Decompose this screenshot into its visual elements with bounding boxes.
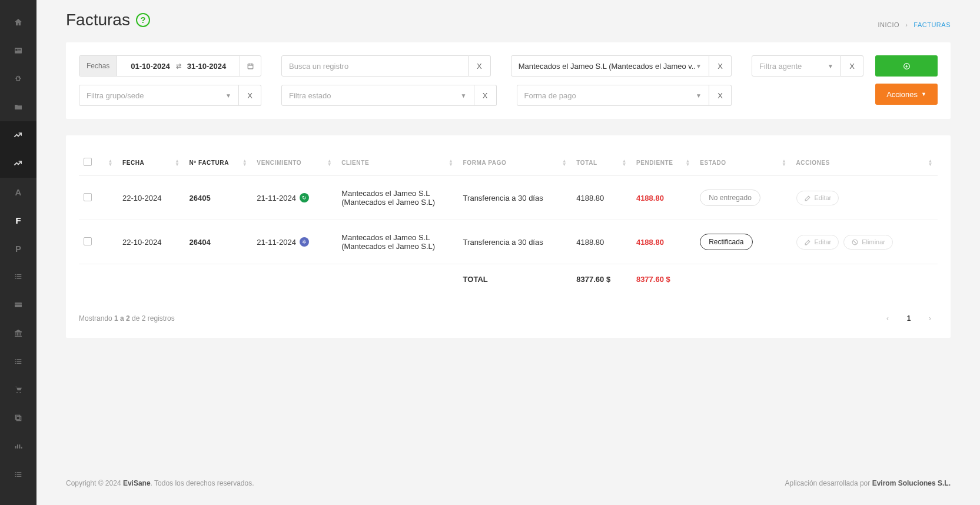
col-vencimiento[interactable]: VENCIMIENTO▲▼ [252,152,337,176]
chevron-down-icon: ▼ [696,63,702,69]
cell-formapago: Transferencia a 30 días [459,176,572,220]
sidebar-bank[interactable] [0,319,36,347]
date-range-filter[interactable]: Fechas 01-10-2024 ⇄ 31-10-2024 [79,55,261,77]
clear-state-button[interactable]: X [474,85,497,106]
letter-f-icon: F [15,215,21,225]
page-footer: Copyright © 2024 EviSane. Todos los dere… [66,456,951,493]
total-row: TOTAL 8377.60 $ 8377.60 $ [79,264,938,297]
state-filter-placeholder: Filtra estado [289,91,331,100]
edit-icon [804,238,812,246]
payment-filter[interactable]: Forma de pago ▼ [517,85,710,106]
bar-chart-icon [14,441,23,451]
cell-vencimiento: 21-11-2024✲ [252,220,337,264]
sidebar-a[interactable]: A [0,178,36,206]
page-next[interactable]: › [922,311,938,326]
edit-button[interactable]: Editar [796,191,839,205]
chevron-down-icon: ▼ [921,91,926,97]
sidebar-p[interactable]: P [0,234,36,263]
breadcrumb-current: FACTURAS [913,21,951,28]
col-formapago[interactable]: FORMA PAGO▲▼ [459,152,572,176]
sidebar-home[interactable] [0,8,36,36]
cart-icon [14,385,23,394]
clear-payment-button[interactable]: X [709,85,732,106]
col-pendiente[interactable]: PENDIENTE▲▼ [632,152,695,176]
col-acciones[interactable]: ACCIONES▲▼ [792,152,938,176]
invoice-table-card: ▲▼ FECHA▲▼ Nº FACTURA▲▼ VENCIMIENTO▲▼ CL… [66,135,951,338]
page-prev[interactable]: ‹ [880,311,895,326]
client-filter-value: Mantecados el Jameo S.L (Mantecados el J… [519,62,696,71]
breadcrumb: INICIO › FACTURAS [878,21,951,28]
cell-acciones: Editar [792,176,938,220]
sidebar-folder[interactable] [0,93,36,121]
sidebar-cart[interactable] [0,376,36,404]
invoice-table: ▲▼ FECHA▲▼ Nº FACTURA▲▼ VENCIMIENTO▲▼ CL… [79,152,938,297]
col-cliente[interactable]: CLIENTE▲▼ [337,152,458,176]
swap-icon: ⇄ [176,62,181,70]
chevron-down-icon: ▼ [461,92,467,99]
svg-rect-8 [248,64,253,68]
cell-estado: No entregado [695,176,791,220]
col-total[interactable]: TOTAL▲▼ [572,152,632,176]
filters-panel: Fechas 01-10-2024 ⇄ 31-10-2024 [66,42,951,119]
col-nfactura[interactable]: Nº FACTURA▲▼ [185,152,253,176]
cell-fecha: 22-10-2024 [118,176,185,220]
sidebar-list3[interactable] [0,460,36,489]
status-dot-icon: ↻ [300,193,309,202]
page-header: Facturas ? INICIO › FACTURAS [66,11,951,29]
edit-button[interactable]: Editar [796,235,839,250]
status-dot-icon: ✲ [300,237,309,247]
ban-icon [851,238,859,246]
chevron-down-icon: ▼ [696,92,702,99]
state-filter[interactable]: Filtra estado ▼ [281,85,474,106]
group-filter-placeholder: Filtra grupo/sede [87,91,144,100]
cell-formapago: Transferencia a 30 días [459,220,572,264]
clear-group-button[interactable]: X [239,85,261,106]
cell-nfactura: 26404 [185,220,253,264]
chart-line-icon [14,131,23,140]
delete-button[interactable]: Eliminar [843,235,893,250]
col-estado[interactable]: ESTADO▲▼ [695,152,791,176]
sidebar-chart1[interactable] [0,121,36,149]
col-fecha[interactable]: FECHA▲▼ [118,152,185,176]
sidebar-copy[interactable] [0,404,36,432]
clear-client-button[interactable]: X [709,55,732,77]
row-checkbox[interactable] [84,193,92,201]
sidebar-f[interactable]: F [0,206,36,234]
page-current[interactable]: 1 [901,311,916,326]
svg-rect-5 [15,304,22,304]
client-filter[interactable]: Mantecados el Jameo S.L (Mantecados el J… [511,55,709,77]
id-card-icon [14,46,23,55]
actions-button[interactable]: Acciones ▼ [875,84,938,105]
select-all-checkbox[interactable] [84,158,92,166]
breadcrumb-home[interactable]: INICIO [878,21,900,28]
calendar-icon[interactable] [240,56,261,76]
cell-total: 4188.80 [572,220,632,264]
group-filter[interactable]: Filtra grupo/sede ▼ [79,85,239,106]
date-from: 01-10-2024 [131,62,170,71]
bank-icon [14,328,23,338]
sidebar-card[interactable] [0,36,36,65]
cell-pendiente: 4188.80 [632,220,695,264]
folder-icon [14,102,23,112]
cell-fecha: 22-10-2024 [118,220,185,264]
agent-filter[interactable]: Filtra agente ▼ [752,55,841,77]
search-input[interactable] [281,55,469,77]
footer-brand[interactable]: EviSane [123,479,151,487]
sidebar-bug[interactable] [0,65,36,93]
footer-dev-link[interactable]: Evirom Soluciones S.L. [872,479,951,487]
sidebar-list2[interactable] [0,347,36,376]
credit-card-icon [14,300,23,310]
sidebar-bars[interactable] [0,432,36,460]
sidebar-creditcard[interactable] [0,291,36,319]
clear-agent-button[interactable]: X [841,55,863,77]
row-checkbox[interactable] [84,237,92,245]
payment-filter-placeholder: Forma de pago [524,91,576,100]
clear-search-button[interactable]: X [469,55,491,77]
sidebar-list1[interactable] [0,263,36,291]
sort-icon[interactable]: ▲▼ [108,160,113,167]
add-button[interactable] [875,55,938,77]
sidebar-chart2[interactable] [0,149,36,178]
help-icon[interactable]: ? [136,13,150,27]
cell-acciones: EditarEliminar [792,220,938,264]
cell-total: 4188.80 [572,176,632,220]
